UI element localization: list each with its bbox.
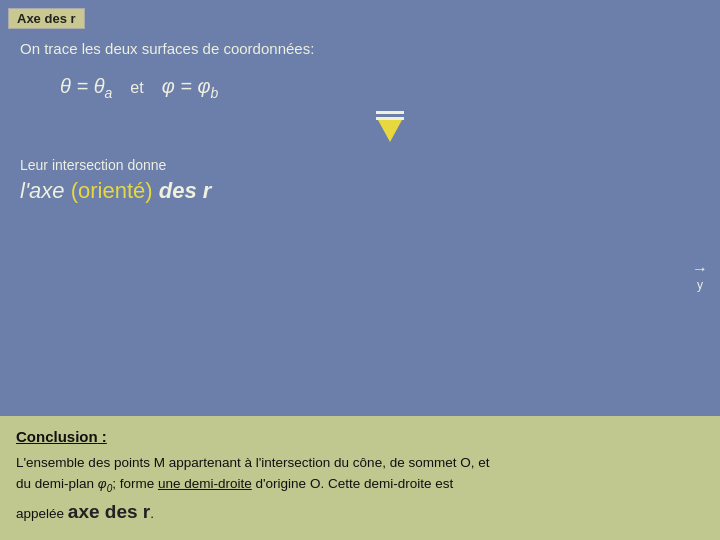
phi-equation: φ = φb [162, 75, 219, 101]
theta-equation: θ = θa [60, 75, 112, 101]
conclusion-line2-end: d'origine O. Cette demi-droite est [252, 476, 453, 491]
y-label: y [697, 278, 703, 292]
conclusion-line3-start: appelée [16, 506, 68, 521]
conclusion-body: L'ensemble des points M appartenant à l'… [16, 453, 704, 526]
conclusion-axe-highlight: axe des r [68, 501, 150, 522]
conclusion-line3-end: . [150, 506, 154, 521]
title-bar: Axe des r [8, 8, 85, 29]
arrow-right-icon: → [692, 260, 708, 278]
conclusion-line2-mid: ; forme [112, 476, 158, 491]
phi0-symbol: φ0 [98, 476, 112, 491]
axe-plain: l'axe [20, 178, 71, 203]
arrow-container [80, 111, 700, 142]
equations-row: θ = θa et φ = φb [60, 75, 700, 101]
intersection-text: Leur intersection donne [20, 157, 166, 173]
conclusion-box: Conclusion : L'ensemble des points M app… [0, 416, 720, 540]
main-content: On trace les deux surfaces de coordonnée… [20, 40, 700, 212]
arrow-down-icon [378, 120, 402, 142]
conclusion-line2-start: du demi-plan [16, 476, 98, 491]
horiz-lines [376, 111, 404, 120]
axe-oriente: (orienté) [71, 178, 153, 203]
y-arrow-label: → y [692, 260, 708, 292]
axe-des-r: des r [153, 178, 212, 203]
axe-label: l'axe (orienté) des r [20, 178, 700, 204]
conclusion-title: Conclusion : [16, 428, 704, 445]
et-label: et [130, 79, 143, 97]
horiz-line-1 [376, 111, 404, 114]
conclusion-line1: L'ensemble des points M appartenant à l'… [16, 455, 489, 470]
subtitle-text: On trace les deux surfaces de coordonnée… [20, 40, 700, 57]
conclusion-demi-droite: une demi-droite [158, 476, 252, 491]
